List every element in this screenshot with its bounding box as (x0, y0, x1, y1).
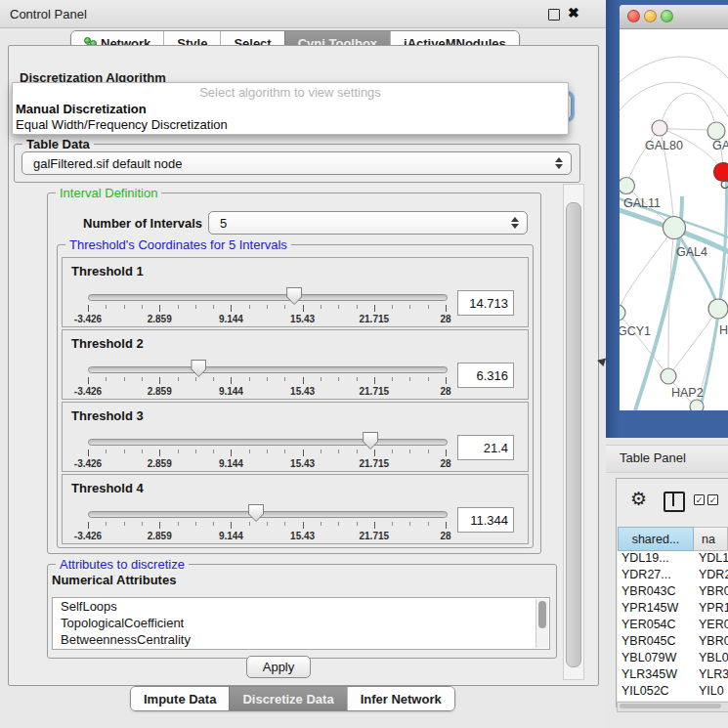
network-node-label: GAL80 (645, 139, 683, 152)
control-panel-title: Control Panel (10, 7, 87, 21)
network-node-HAP2[interactable] (661, 368, 676, 384)
table-horizontal-scrollbar[interactable] (617, 702, 728, 712)
combo-stepper-icon (511, 217, 519, 229)
tab-discretize-data[interactable]: Discretize Data (229, 687, 346, 710)
table-row[interactable]: YBR045C YBR0 (618, 634, 728, 651)
network-node-label: HAP2 (671, 386, 704, 400)
slider-ticks (88, 450, 446, 457)
network-edge[interactable] (660, 93, 716, 131)
algorithm-option-manual[interactable]: Manual Discretization (13, 102, 568, 117)
table-data-combo-value: galFiltered.sif default node (33, 156, 182, 171)
slider-thumb[interactable] (363, 432, 378, 450)
network-canvas[interactable]: GAL80GACGAL11GAL4GCY1HHAP2 (620, 28, 728, 410)
attribute-item[interactable]: BetweennessCentrality (53, 631, 549, 648)
table-row[interactable]: YBR043C YBR0 (618, 584, 728, 601)
network-node-label: GA (712, 139, 728, 152)
attributes-group-label: Attributes to discretize (56, 557, 189, 572)
threshold-value-input[interactable] (457, 435, 514, 460)
application-window: Control Panel ✖ Network Style Select Cyn… (0, 0, 728, 728)
table-row[interactable]: YLR345W YLR3 (618, 667, 728, 684)
slider-ticks (88, 377, 446, 385)
zoom-traffic-light-icon[interactable] (661, 10, 673, 22)
network-node-label: GCY1 (620, 324, 651, 338)
control-panel-titlebar (0, 0, 606, 28)
num-intervals-label: Number of Intervals (83, 216, 202, 231)
close-icon[interactable]: ✖ (568, 5, 579, 21)
float-window-icon[interactable] (548, 9, 560, 21)
table-row[interactable]: YPR145W YPR1 (618, 601, 728, 618)
checkbox-checked-icon[interactable]: ✓ (694, 494, 705, 505)
network-node-unlabeled[interactable] (690, 400, 704, 410)
slider-track[interactable] (88, 511, 448, 518)
bottom-tab-strip: Impute Data Discretize Data Infer Networ… (130, 686, 455, 711)
numerical-attributes-list[interactable]: SelfLoopsTopologicalCoefficientBetweenne… (52, 597, 550, 650)
network-node-GAL80[interactable] (652, 120, 667, 136)
attributes-group: Attributes to discretize Numerical Attri… (47, 564, 557, 659)
slider-tick-labels: -3.4262.8599.14415.4321.71528 (88, 531, 446, 542)
num-intervals-value: 5 (220, 216, 227, 231)
minimize-traffic-light-icon[interactable] (644, 10, 657, 22)
slider-tick-labels: -3.4262.8599.14415.4321.71528 (88, 386, 446, 398)
table-row[interactable]: YDR27... YDR2 (618, 568, 728, 584)
threshold-label: Threshold 2 (71, 336, 144, 351)
table-header-row: shared... na (618, 527, 728, 551)
attribute-item[interactable]: TopologicalCoefficient (53, 615, 549, 631)
slider-ticks (88, 305, 446, 313)
table-data-combo[interactable]: galFiltered.sif default node (21, 151, 572, 175)
algorithm-option-equal-width[interactable]: Equal Width/Frequency Discretization (13, 117, 568, 133)
tab-impute-data[interactable]: Impute Data (131, 687, 229, 710)
column-header-name[interactable]: na (694, 527, 728, 551)
column-header-shared[interactable]: shared... (618, 527, 694, 551)
threshold-panel: Threshold 1 -3.4262.8599.14415.4321.7152… (62, 257, 529, 327)
threshold-panel: Threshold 3 -3.4262.8599.14415.4321.7152… (62, 402, 529, 472)
panel-vertical-scrollbar[interactable] (563, 184, 584, 680)
network-node-GCY1[interactable] (620, 305, 625, 321)
network-node-GAL4[interactable] (664, 217, 686, 239)
checkbox-checked-icon[interactable]: ✓ (707, 494, 718, 505)
algorithm-placeholder: Select algorithm to view settings (13, 83, 568, 102)
network-window: GAL80GACGAL11GAL4GCY1HHAP2 (620, 5, 728, 410)
mouse-cursor (596, 356, 606, 366)
slider-thumb[interactable] (248, 504, 264, 522)
network-edge[interactable] (668, 228, 674, 376)
slider-track[interactable] (88, 294, 448, 301)
threshold-value-input[interactable] (457, 507, 514, 533)
network-node-GA[interactable] (707, 122, 725, 140)
network-node-GAL11[interactable] (620, 178, 635, 194)
thresholds-group: Threshold's Coordinates for 5 Intervals … (57, 244, 534, 548)
network-node-label: GAL11 (623, 196, 661, 210)
apply-button[interactable]: Apply (246, 656, 311, 678)
split-columns-icon[interactable] (664, 492, 685, 512)
threshold-value-input[interactable] (457, 363, 514, 388)
slider-ticks (88, 522, 446, 530)
slider-track[interactable] (88, 439, 448, 446)
table-row[interactable]: YIL052C YIL0 (618, 684, 728, 701)
threshold-panel: Threshold 4 -3.4262.8599.14415.4321.7152… (62, 474, 529, 544)
attributes-list-scrollbar[interactable] (535, 599, 548, 648)
threshold-value-input[interactable] (457, 290, 514, 316)
network-edge[interactable] (626, 128, 660, 186)
threshold-slider[interactable]: -3.4262.8599.14415.4321.71528 (88, 506, 446, 541)
slider-thumb[interactable] (191, 360, 206, 377)
table-row[interactable]: YDL19... YDL1 (618, 551, 728, 568)
network-window-titlebar (620, 5, 728, 29)
attribute-item[interactable]: SelfLoops (53, 598, 549, 615)
threshold-slider[interactable]: -3.4262.8599.14415.4321.71528 (88, 289, 446, 324)
slider-tick-labels: -3.4262.8599.14415.4321.71528 (88, 314, 446, 325)
threshold-label: Threshold 4 (71, 481, 144, 495)
interval-definition-label: Interval Definition (56, 186, 161, 200)
table-row[interactable]: YER054C YER0 (618, 618, 728, 634)
slider-thumb[interactable] (286, 287, 302, 305)
algorithm-dropdown-popup: Select algorithm to view settings Manual… (12, 82, 569, 135)
num-intervals-combo[interactable]: 5 (208, 211, 528, 235)
network-node-label: GAL4 (676, 245, 707, 259)
threshold-slider[interactable]: -3.4262.8599.14415.4321.71528 (88, 434, 446, 469)
tab-infer-network[interactable]: Infer Network (347, 687, 454, 710)
gear-icon[interactable]: ⚙ (630, 490, 647, 508)
slider-track[interactable] (88, 366, 448, 373)
close-traffic-light-icon[interactable] (627, 10, 640, 22)
threshold-slider[interactable]: -3.4262.8599.14415.4321.71528 (88, 362, 446, 397)
table-row[interactable]: YBL079W YBL0 (618, 651, 728, 667)
network-node-H[interactable] (708, 299, 728, 319)
threshold-label: Threshold 1 (71, 264, 144, 278)
